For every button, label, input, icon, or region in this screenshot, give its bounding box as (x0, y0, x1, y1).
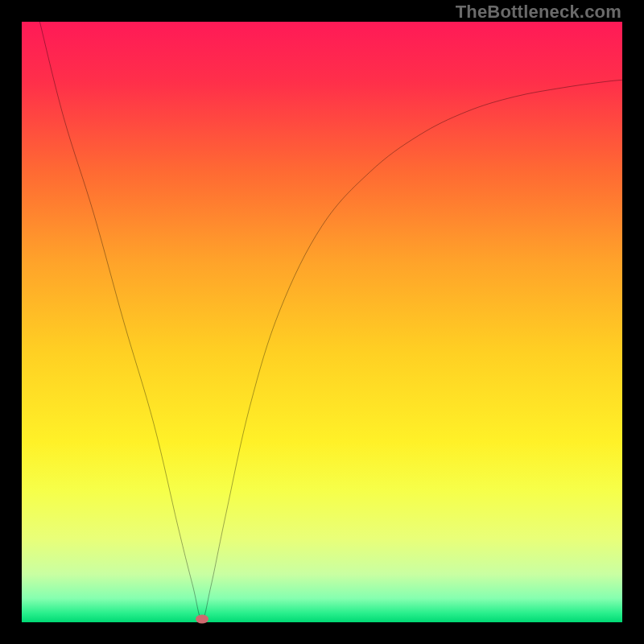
chart-frame: TheBottleneck.com (0, 0, 644, 644)
bottleneck-curve (39, 22, 622, 619)
minimum-marker (196, 615, 208, 624)
watermark-text: TheBottleneck.com (456, 2, 621, 23)
plot-area (22, 22, 622, 622)
curve-layer (22, 22, 622, 622)
